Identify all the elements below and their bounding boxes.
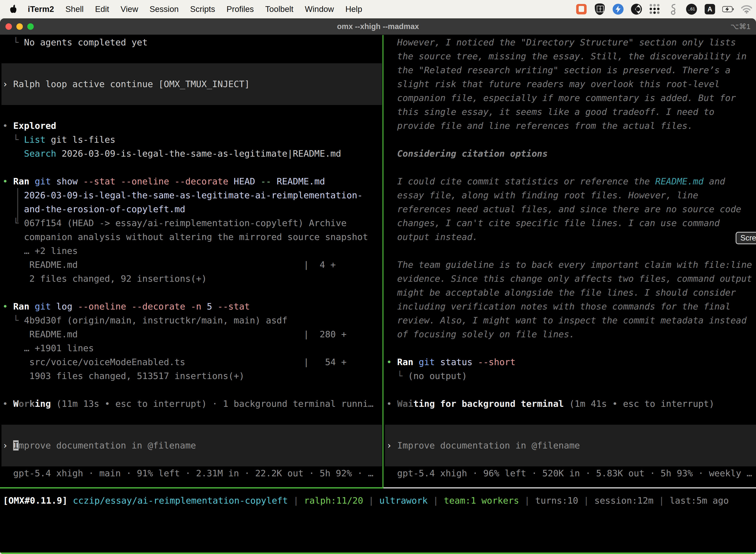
terminal-line: and-the-erosion-of-copyleft.md <box>2 202 185 216</box>
terminal-line: • Waiting for background terminal (1m 41… <box>386 397 714 411</box>
terminal-line: … +1901 lines <box>2 341 94 355</box>
squiggle-icon[interactable] <box>667 3 679 15</box>
terminal-line: The team guideline is to back every impo… <box>386 258 752 272</box>
terminal-line: output instead. <box>386 230 478 244</box>
pane-bottom-divider-inactive <box>383 487 756 489</box>
battery-icon[interactable] <box>722 3 734 15</box>
pane-bottom-divider-active <box>0 487 383 489</box>
terminal-line: └ List git ls-files <box>2 133 115 147</box>
omx-status-segment: turns:10 <box>535 495 578 506</box>
pane-divider[interactable] <box>382 35 383 488</box>
tmux-session-label[interactable]: [omx-cczip0:bash* <box>2 553 93 554</box>
menu-bar: iTerm2ShellEditViewSessionScriptsProfile… <box>0 0 756 18</box>
menu-item-help[interactable]: Help <box>345 4 362 14</box>
omx-status-segment: [OMX#0.11.9] <box>3 495 73 506</box>
terminal-line: • Ran git log --oneline --decorate -n 5 … <box>2 299 250 314</box>
terminal-line: 2026-03-09-is-legal-the-same-as-legitima… <box>2 188 363 202</box>
omx-status-segment: team:1 workers <box>444 495 519 506</box>
shield-icon[interactable] <box>594 3 606 15</box>
terminal-line: provide file and line references from th… <box>386 119 693 133</box>
terminal-line: the source tree, missing the essay. Stil… <box>386 49 747 63</box>
terminal-line: 2 files changed, 92 insertions(+) <box>2 272 207 286</box>
terminal-line: Search 2026-03-09-is-legal-the-same-as-l… <box>2 147 341 161</box>
terminal-line: └ No agents completed yet <box>2 36 147 49</box>
terminal-line: slight risk that future readers may over… <box>386 77 720 91</box>
terminal-line: gpt-5.4 xhigh · main · 91% left · 2.31M … <box>2 466 374 480</box>
omx-status-segment: ultrawork <box>379 495 428 506</box>
chat-bubble-icon[interactable] <box>575 3 587 15</box>
terminal-line: of focusing solely on file lines. <box>386 327 575 341</box>
window-shortcut: ⌥⌘1 <box>731 18 751 35</box>
terminal-line: references need actual files, and since … <box>386 202 741 216</box>
tmux-status-bar: [omx-cczip0:bash* "MacBook-Pro-44.local"… <box>0 553 756 554</box>
menu-item-iterm2[interactable]: iTerm2 <box>28 4 54 14</box>
terminal-line: README.md | 4 + <box>2 258 336 272</box>
menu-status-icons: ..61A <box>575 3 753 15</box>
omx-status-segment: | <box>519 495 535 506</box>
prompt-line[interactable]: › Improve documentation in @filename <box>2 439 196 452</box>
screen-indicator-overlay[interactable]: Scre <box>736 232 756 244</box>
terminal-line: I could cite commit statistics or refere… <box>386 174 725 188</box>
terminal-line: README.md | 280 + <box>2 327 346 341</box>
blue-badge-icon[interactable] <box>612 3 624 15</box>
prompt-line[interactable]: › Improve documentation in @filename <box>386 439 580 452</box>
wifi-icon[interactable] <box>741 3 753 15</box>
terminal-line: • Explored <box>2 119 56 133</box>
omx-status-segment: last:5m ago <box>670 495 729 506</box>
terminal-line: including verification notes with those … <box>386 299 731 314</box>
terminal-line: Considering citation options <box>386 147 548 161</box>
dots-grid-icon[interactable] <box>649 3 661 15</box>
battery-61-badge-icon[interactable]: ..61 <box>686 3 697 15</box>
terminal-line: companion file, especially if more comme… <box>386 91 736 105</box>
omx-status-segment: ralph:11/20 <box>304 495 363 506</box>
window-title: omx --xhigh --madmax <box>0 18 756 35</box>
dark-disc-icon[interactable] <box>630 3 642 15</box>
menu-items: iTerm2ShellEditViewSessionScriptsProfile… <box>28 4 362 14</box>
omx-status-segment: | <box>653 495 670 506</box>
menu-item-profiles[interactable]: Profiles <box>227 4 254 14</box>
terminal-line: review. Also, I might want to inspect th… <box>386 314 747 327</box>
apple-menu[interactable] <box>9 5 17 14</box>
terminal-line: • Working (11m 13s • esc to interrupt) ·… <box>2 397 374 411</box>
apple-logo-icon <box>9 5 17 14</box>
terminal-line: changes, I can't cite specific file line… <box>386 216 720 230</box>
terminal-line: gpt-5.4 xhigh · 96% left · 520K in · 5.8… <box>386 466 752 480</box>
omx-status-segment: cczip/essay/ai-reimplementation-copyleft <box>73 495 288 506</box>
title-bar: omx --xhigh --madmax ⌥⌘1 <box>0 18 756 35</box>
terminal-line: • Ran git show --stat --oneline --decora… <box>2 174 325 188</box>
omx-status-bar: [OMX#0.11.9] cczip/essay/ai-reimplementa… <box>3 494 729 508</box>
iterm-window: omx --xhigh --madmax ⌥⌘1 └ No agents com… <box>0 18 756 554</box>
terminal-line: essay file, along with finding root file… <box>386 188 698 202</box>
terminal-line: However, I noticed the "Directory Struct… <box>386 36 736 49</box>
menu-item-edit[interactable]: Edit <box>95 4 109 14</box>
omx-status-segment: session:12m <box>594 495 653 506</box>
terminal-line: └ (no output) <box>386 369 467 383</box>
omx-status-segment: | <box>428 495 444 506</box>
terminal-line: evidence. Since this change only affects… <box>386 272 752 286</box>
terminal-line: • Ran git status --short <box>386 355 515 369</box>
menu-item-window[interactable]: Window <box>305 4 334 14</box>
terminal-line: └ 4b9d30f (origin/main, instructkr/main,… <box>2 314 288 327</box>
terminal-line: might be acceptable alongside the file l… <box>386 286 736 299</box>
terminal-line: this single essay, it seems like a good … <box>386 105 714 119</box>
omx-status-segment: | <box>363 495 379 506</box>
menu-item-toolbelt[interactable]: Toolbelt <box>265 4 294 14</box>
menu-item-shell[interactable]: Shell <box>65 4 83 14</box>
omx-status-segment: | <box>578 495 594 506</box>
tmux-host-clock: "MacBook-Pro-44.local" 04:52 31-Mar-26 <box>550 553 754 554</box>
terminal-line: companion analysis without altering the … <box>2 230 368 244</box>
terminal-line: └ 067f154 (HEAD -> essay/ai-reimplementa… <box>2 216 346 230</box>
terminal-line: the "Related research writing" section i… <box>386 63 731 77</box>
terminal-line: … +2 lines <box>2 244 78 258</box>
terminal-line: 1903 files changed, 513517 insertions(+) <box>2 369 244 383</box>
input-source-a-icon[interactable]: A <box>704 3 716 15</box>
terminal-line: src/voice/voiceModeEnabled.ts | 54 + <box>2 355 346 369</box>
terminal-area: └ No agents completed yet› Ralph loop ac… <box>0 35 756 553</box>
menu-item-view[interactable]: View <box>121 4 138 14</box>
terminal-line: › Ralph loop active continue [OMX_TMUX_I… <box>2 77 250 91</box>
menu-item-scripts[interactable]: Scripts <box>190 4 215 14</box>
omx-status-segment: | <box>288 495 304 506</box>
menu-item-session[interactable]: Session <box>149 4 179 14</box>
